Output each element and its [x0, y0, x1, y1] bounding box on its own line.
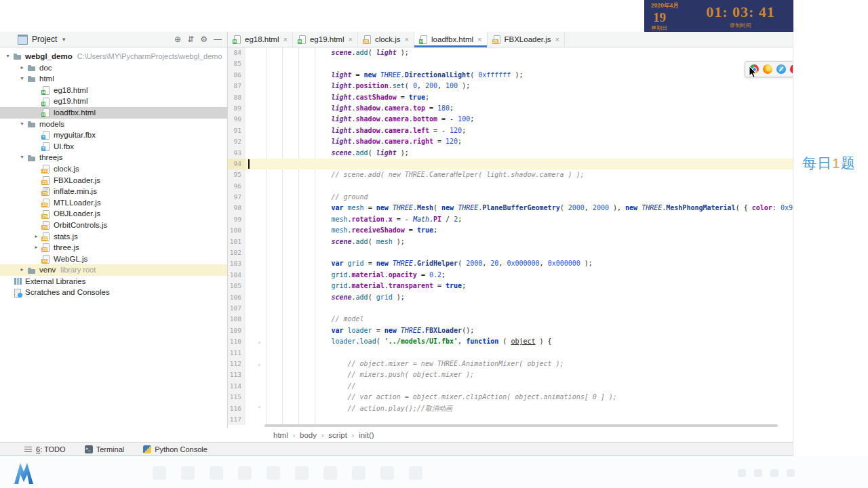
code-line-111[interactable]: 111: [228, 348, 793, 359]
code-line-97[interactable]: 97 // ground: [228, 192, 793, 203]
hide-panel-icon[interactable]: —: [214, 35, 222, 43]
close-icon[interactable]: ×: [283, 35, 288, 43]
toolwindow-button-terminal[interactable]: Terminal: [85, 445, 125, 453]
tree-chevron-icon[interactable]: ▾: [17, 73, 27, 85]
line-number[interactable]: 101: [228, 237, 245, 247]
tree-chevron-icon[interactable]: ▸: [31, 242, 41, 253]
tab-loadfbx.html[interactable]: Hloadfbx.html×: [414, 32, 487, 47]
code-line-107[interactable]: 107: [228, 303, 793, 314]
line-number[interactable]: 114: [228, 381, 245, 392]
tree-item-loadfbx.html[interactable]: Hloadfbx.html: [0, 107, 227, 119]
code-line-98[interactable]: 98 var mesh = new THREE.Mesh( new THREE.…: [228, 203, 793, 214]
line-number[interactable]: 109: [228, 325, 245, 336]
locate-icon[interactable]: ⊕: [174, 35, 181, 43]
tree-item-stats.js[interactable]: ▸JSstats.js: [0, 231, 227, 243]
tree-item-doc[interactable]: ▸doc: [0, 62, 227, 74]
fold-marker-icon[interactable]: ⌃: [258, 403, 261, 414]
project-panel-header[interactable]: Project ▼ ⊕⇵⚙—: [0, 32, 228, 47]
line-number[interactable]: 87: [228, 81, 245, 92]
tree-chevron-icon[interactable]: ▾: [17, 152, 27, 163]
line-number[interactable]: 85: [228, 58, 245, 69]
line-number[interactable]: 93: [228, 148, 245, 159]
line-number[interactable]: 86: [228, 70, 245, 81]
settings-gear-icon[interactable]: ⚙: [200, 35, 208, 43]
tree-item-mtlloader.js[interactable]: JSMTLLoader.js: [0, 197, 227, 209]
code-line-117[interactable]: 117: [228, 414, 793, 425]
tree-item-webgl.js[interactable]: JSWebGL.js: [0, 253, 227, 265]
close-icon[interactable]: ×: [405, 35, 409, 43]
tree-chevron-icon[interactable]: ▸: [17, 264, 27, 276]
line-number[interactable]: 115: [228, 392, 245, 403]
code-line-99[interactable]: 99 mesh.rotation.x = - Math.PI / 2;: [228, 214, 793, 225]
line-number[interactable]: 104: [228, 270, 245, 281]
tree-item-html[interactable]: ▾html: [0, 73, 227, 85]
line-number[interactable]: 90: [228, 114, 245, 125]
line-number[interactable]: 95: [228, 169, 245, 180]
code-line-113[interactable]: 113 // mixers.push( object.mixer );: [228, 369, 793, 380]
code-line-88[interactable]: 88 light.castShadow = true;: [228, 92, 793, 103]
line-number[interactable]: 116: [228, 403, 245, 414]
code-line-87[interactable]: 87 light.position.set( 0, 200, 100 );: [228, 81, 793, 92]
horizontal-scrollbar[interactable]: [264, 424, 778, 427]
code-line-110[interactable]: 110 loader.load( '../models/UI.fbx', fun…: [228, 336, 793, 347]
tree-item-clock.js[interactable]: JSclock.js: [0, 163, 227, 175]
breadcrumb-item-init[interactable]: init(): [359, 431, 374, 439]
line-number[interactable]: 88: [228, 92, 245, 103]
tree-item-ui.fbx[interactable]: ?UI.fbx: [0, 141, 227, 152]
tab-FBXLoader.js[interactable]: JSFBXLoader.js×: [488, 32, 565, 47]
code-line-95[interactable]: 95 // scene.add( new THREE.CameraHelper(…: [228, 169, 793, 180]
tree-item-threejs[interactable]: ▾threejs: [0, 152, 227, 163]
tree-item-orbitcontrols.js[interactable]: JSOrbitControls.js: [0, 220, 227, 231]
tree-item-webgl_demo[interactable]: ▾webgl_demoC:\Users\MY\PycharmProjects\w…: [0, 51, 227, 62]
code-line-115[interactable]: 115 // var action = object.mixer.clipAct…: [228, 392, 793, 403]
code-line-106[interactable]: 106 scene.add( grid );: [228, 292, 793, 303]
code-line-91[interactable]: 91 light.shadow.camera.left = - 120;: [228, 125, 793, 136]
code-line-103[interactable]: 103 var grid = new THREE.GridHelper( 200…: [228, 258, 793, 269]
code-line-105[interactable]: 105 grid.material.transparent = true;: [228, 281, 793, 291]
firefox-browser-icon[interactable]: [763, 64, 772, 74]
tree-item-myguitar.fbx[interactable]: ?myguitar.fbx: [0, 129, 227, 141]
tab-clock.js[interactable]: JSclock.js×: [358, 32, 414, 47]
breadcrumb-item-script[interactable]: script: [328, 431, 347, 439]
tree-item-eg18.html[interactable]: Heg18.html: [0, 85, 227, 96]
line-number[interactable]: 96: [228, 181, 245, 192]
safari-browser-icon[interactable]: [776, 64, 786, 74]
tree-item-venv[interactable]: ▸venvlibrary root: [0, 264, 227, 276]
fold-marker-icon[interactable]: ⌄: [258, 336, 261, 347]
code-line-108[interactable]: 108 // model: [228, 314, 793, 325]
code-line-114[interactable]: 114 //: [228, 381, 793, 392]
line-number[interactable]: 103: [228, 258, 245, 269]
tree-chevron-icon[interactable]: ▸: [17, 62, 27, 74]
code-line-116[interactable]: 116 // action.play();//取消动画⌃: [228, 403, 793, 414]
chevron-down-icon[interactable]: ▼: [61, 37, 66, 43]
line-number[interactable]: 92: [228, 136, 245, 147]
code-line-109[interactable]: 109 var loader = new THREE.FBXLoader();: [228, 325, 793, 336]
code-line-102[interactable]: 102: [228, 247, 793, 258]
toolwindow-button-python-console[interactable]: Python Console: [143, 445, 208, 453]
code-line-112[interactable]: 112 // object.mixer = new THREE.Animatio…: [228, 359, 793, 369]
tab-eg19.html[interactable]: Heg19.html×: [293, 32, 358, 47]
code-line-85[interactable]: 85: [228, 58, 793, 69]
line-number[interactable]: 91: [228, 125, 245, 136]
code-line-101[interactable]: 101 scene.add( mesh );: [228, 237, 793, 247]
line-number[interactable]: 105: [228, 281, 245, 291]
code-line-92[interactable]: 92 light.shadow.camera.right = 120;: [228, 136, 793, 147]
code-line-104[interactable]: 104 grid.material.opacity = 0.2;: [228, 270, 793, 281]
close-icon[interactable]: ×: [348, 35, 352, 43]
tree-item-models[interactable]: ▾models: [0, 119, 227, 130]
tree-chevron-icon[interactable]: ▾: [3, 51, 13, 62]
code-line-86[interactable]: 86 light = new THREE.DirectionalLight( 0…: [228, 70, 793, 81]
line-number[interactable]: 108: [228, 314, 245, 325]
tree-chevron-icon[interactable]: ▾: [17, 119, 27, 130]
tree-chevron-icon[interactable]: ▸: [31, 231, 41, 243]
tree-item-three.js[interactable]: ▸JSthree.js: [0, 242, 227, 253]
tree-item-scratches-and-consoles[interactable]: Scratches and Consoles: [0, 287, 227, 298]
line-number[interactable]: 107: [228, 303, 245, 314]
line-number[interactable]: 110: [228, 336, 245, 347]
line-number[interactable]: 84: [228, 47, 245, 58]
line-number[interactable]: 98: [228, 203, 245, 214]
line-number[interactable]: 106: [228, 292, 245, 303]
line-number[interactable]: 111: [228, 348, 245, 359]
code-line-94[interactable]: 94: [228, 159, 793, 169]
tree-item-external-libraries[interactable]: External Libraries: [0, 276, 227, 287]
